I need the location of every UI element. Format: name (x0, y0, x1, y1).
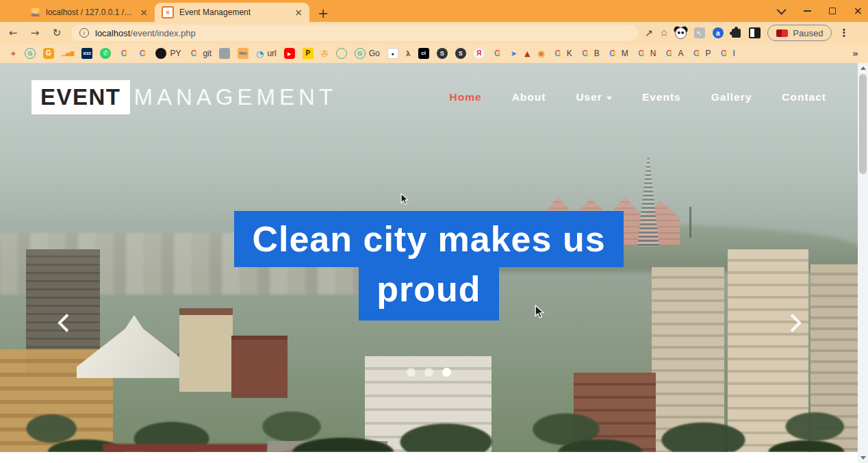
tab-phpmyadmin[interactable]: PMA localhost / 127.0.0.1 / eventdb / ..… (23, 3, 155, 22)
bookmark-item[interactable]: GGo (355, 48, 380, 59)
scroll-down-icon[interactable] (860, 456, 866, 460)
scrollbar-thumb[interactable] (859, 74, 867, 174)
bird-icon: ● (387, 48, 398, 59)
bookmark-item[interactable]: Ggit (188, 48, 212, 59)
carousel-dot-2[interactable] (424, 368, 433, 377)
logo-primary: EVENT (31, 80, 130, 114)
google-icon: G (137, 48, 148, 59)
paused-extension-icon (776, 29, 788, 37)
bookmark-item[interactable]: GB (580, 48, 600, 59)
bookmark-item[interactable]: G (137, 48, 148, 59)
share-icon[interactable]: ↗ (645, 27, 653, 38)
bookmark-item[interactable]: PMA (238, 48, 248, 59)
bookmark-item[interactable]: ▲ (524, 48, 530, 59)
bookmark-item[interactable] (219, 48, 230, 59)
camera-icon: ✇ (321, 48, 329, 59)
bookmark-item[interactable]: S (437, 48, 448, 59)
bookmark-item[interactable]: GI (719, 48, 735, 59)
bookmark-item[interactable]: GA (664, 48, 684, 59)
bookmark-item[interactable]: ▁▄▆ (62, 48, 74, 59)
address-bar[interactable]: i localhost/event/index.php (71, 25, 638, 41)
site-logo[interactable]: EVENT MANAGEMENT (31, 80, 337, 114)
bookmark-item[interactable]: GK (552, 48, 572, 59)
page-scrollbar[interactable] (858, 63, 868, 463)
bookmark-item[interactable]: S (455, 48, 466, 59)
bookmark-item[interactable]: IEEE (81, 48, 92, 59)
main-nav: Home About User Events Gallery Contact (450, 91, 826, 103)
bookmark-item[interactable]: ◔url (256, 48, 277, 59)
bookmark-label: A (678, 49, 684, 58)
url-host: localhost (95, 28, 130, 38)
nav-item-about[interactable]: About (512, 91, 546, 103)
hand-extension-icon[interactable]: ↖ (693, 27, 705, 39)
nav-item-gallery[interactable]: Gallery (711, 91, 752, 103)
youtube-icon: ▶ (284, 48, 295, 59)
bookmark-item[interactable]: » (852, 48, 858, 59)
bookmark-star-icon[interactable]: ☆ (660, 27, 669, 38)
nav-item-contact[interactable]: Contact (782, 91, 826, 103)
bookmark-item[interactable]: GN (636, 48, 656, 59)
ring-icon (336, 48, 347, 59)
close-tab-icon[interactable]: × (140, 8, 148, 17)
phpmyadmin-icon: PMA (30, 8, 40, 17)
analytics-icon: ▁▄▆ (62, 48, 74, 59)
scroll-up-icon[interactable] (860, 66, 866, 70)
bookmark-item[interactable]: cl (418, 48, 429, 59)
bookmark-item[interactable]: G (43, 48, 54, 59)
bookmark-item[interactable]: P (303, 48, 314, 59)
google-icon: G (580, 48, 591, 59)
hero-carousel: EVENT MANAGEMENT Home About User Events … (0, 63, 858, 452)
google-icon: G (636, 48, 647, 59)
bookmark-item[interactable]: ● (387, 48, 398, 59)
bookmark-item[interactable]: G (118, 48, 129, 59)
bookmark-item[interactable]: GP (691, 48, 711, 59)
google-icon: G (691, 48, 702, 59)
bookmark-item[interactable]: GM (607, 48, 628, 59)
browser-menu-icon[interactable]: ⋮ (839, 27, 849, 39)
close-window-button[interactable]: × (854, 5, 863, 16)
bookmark-item[interactable]: ✆ (100, 48, 111, 59)
bookmark-item[interactable]: PY (155, 48, 181, 59)
carousel-dot-1[interactable] (407, 368, 416, 377)
minimize-button[interactable] (804, 10, 811, 12)
bookmark-item[interactable]: Я (474, 48, 485, 59)
site-info-icon[interactable]: i (79, 28, 89, 38)
forward-button[interactable]: → (27, 27, 42, 39)
nav-item-user[interactable]: User (576, 91, 611, 103)
extensions-puzzle-icon[interactable] (730, 27, 742, 39)
maximize-button[interactable] (829, 8, 836, 14)
reload-button[interactable]: ↻ (49, 27, 64, 39)
window-controls: × (779, 0, 863, 22)
close-tab-icon[interactable]: × (294, 8, 303, 17)
s-circle-icon: S (437, 48, 448, 59)
side-panel-icon[interactable] (749, 27, 761, 39)
bookmark-item[interactable]: G (492, 48, 503, 59)
bookmark-item[interactable]: G (25, 48, 36, 59)
paused-extension-button[interactable]: Paused (767, 25, 832, 41)
nav-item-events[interactable]: Events (642, 91, 681, 103)
a-extension-icon[interactable]: a (712, 27, 724, 39)
bookmark-item[interactable]: ◉ (537, 48, 544, 59)
bookmark-item[interactable]: ✦ (10, 48, 17, 59)
new-tab-button[interactable]: + (318, 7, 329, 20)
carousel-dot-3[interactable] (442, 368, 451, 377)
window-chevron-icon[interactable] (779, 8, 786, 14)
tab-event-management[interactable]: ⨯ Event Management × (155, 3, 309, 22)
browser-titlebar: PMA localhost / 127.0.0.1 / eventdb / ..… (0, 0, 868, 22)
site-header: EVENT MANAGEMENT Home About User Events … (0, 63, 858, 132)
bookmark-item[interactable]: λ (406, 48, 411, 59)
carousel-indicators (0, 368, 858, 377)
hero-heading-line2: proud (359, 266, 498, 321)
overflow-chevron-icon: » (852, 48, 858, 59)
nav-item-home[interactable]: Home (450, 91, 482, 103)
app-window: PMA localhost / 127.0.0.1 / eventdb / ..… (0, 0, 868, 463)
browser-toolbar: ← → ↻ i localhost/event/index.php ↗ ☆ ↖ … (0, 22, 868, 44)
bookmark-item[interactable]: ✇ (321, 48, 329, 59)
back-button[interactable]: ← (5, 27, 21, 39)
bookmark-item[interactable]: ➤ (511, 48, 517, 59)
bookmark-label: B (594, 49, 600, 58)
bookmark-item[interactable]: ▶ (284, 48, 295, 59)
eye-icon: ◉ (537, 48, 544, 59)
bookmark-item[interactable] (336, 48, 347, 59)
panda-extension-icon[interactable] (675, 27, 687, 39)
